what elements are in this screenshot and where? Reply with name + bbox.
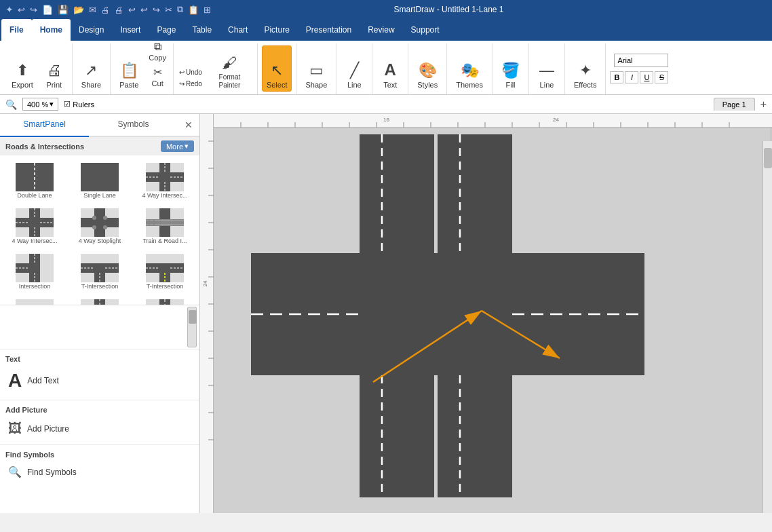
menu-chart[interactable]: Chart — [220, 19, 256, 41]
qa-paste[interactable]: 📋 — [187, 4, 200, 16]
single-lane-icon — [81, 163, 119, 191]
svg-rect-49 — [16, 299, 54, 305]
svg-rect-2 — [81, 163, 119, 191]
svg-point-21 — [103, 216, 107, 220]
qa-new[interactable]: 📄 — [41, 4, 54, 16]
font-format-buttons: B I U S — [610, 71, 668, 83]
share-button[interactable]: ↗ Share — [77, 45, 106, 92]
symbol-t-intersection[interactable]: T-Intersection — [68, 249, 132, 293]
symbol-4way-stoplight[interactable]: 4 Way Stoplight — [68, 204, 132, 248]
ruler-ticks-v: 16 24 — [200, 114, 214, 513]
canvas-area[interactable]: 16 24 — [200, 114, 772, 513]
qa-save[interactable]: 💾 — [56, 4, 70, 16]
underline-button[interactable]: U — [640, 71, 653, 83]
qa-email[interactable]: ✉ — [88, 4, 98, 16]
redo-button[interactable]: ↪ Redo — [178, 79, 204, 89]
qa-copy[interactable]: ⧉ — [176, 3, 185, 16]
qa-print-preview[interactable]: 🖨 — [100, 4, 111, 16]
symbol-double-lane[interactable]: Double Lane — [3, 158, 66, 202]
copy-button[interactable]: ⧉ Copy — [146, 39, 169, 63]
symbol-4way-intersect[interactable]: 4 Way Intersec... — [133, 158, 197, 202]
more-button[interactable]: More ▾ — [161, 140, 194, 152]
italic-button[interactable]: I — [625, 71, 638, 83]
menu-presentation[interactable]: Presentation — [298, 19, 360, 41]
shape-icon: ▭ — [309, 62, 324, 79]
qa-undo2[interactable]: ↩ — [139, 4, 149, 16]
menu-table[interactable]: Table — [184, 19, 220, 41]
zoom-selector[interactable]: 400 % ▾ — [22, 98, 58, 111]
styles-button[interactable]: 🎨 Styles — [412, 45, 442, 92]
page-1-tab[interactable]: Page 1 — [714, 98, 755, 111]
text-button[interactable]: A Text — [377, 45, 404, 92]
qa-forward[interactable]: ↪ — [28, 4, 39, 16]
themes-icon: 🎭 — [461, 62, 479, 79]
export-button[interactable]: ⬆ Export — [7, 45, 38, 92]
add-text-button[interactable]: A Add Text — [5, 367, 194, 394]
share-icon: ↗ — [85, 62, 97, 79]
svg-text:24: 24 — [202, 280, 208, 286]
road-diagram-svg — [214, 128, 772, 513]
symbol-single-lane[interactable]: Single Lane — [68, 158, 132, 202]
line2-button[interactable]: — Line — [533, 45, 560, 92]
undo-button[interactable]: ↩ Undo — [178, 67, 204, 77]
font-name-input[interactable] — [614, 54, 668, 67]
add-page-button[interactable]: + — [760, 98, 767, 111]
menu-home[interactable]: Home — [32, 19, 71, 41]
add-picture-button[interactable]: 🖼 Add Picture — [5, 418, 194, 439]
menu-support[interactable]: Support — [403, 19, 448, 41]
fill-button[interactable]: 🪣 Fill — [497, 45, 524, 92]
cut-button[interactable]: ✂ Cut — [146, 64, 169, 89]
menu-page[interactable]: Page — [149, 19, 184, 41]
search-icon[interactable]: 🔍 — [5, 99, 17, 110]
qa-back[interactable]: ↩ — [16, 4, 26, 16]
symbol-road-horiz[interactable] — [3, 294, 66, 305]
menu-design[interactable]: Design — [71, 19, 112, 41]
format-painter-button[interactable]: 🖌 Format Painter — [206, 45, 253, 92]
rulers-toggle[interactable]: ☑ Rulers — [64, 100, 94, 109]
symbol-t-intersection2[interactable]: T-Intersection — [133, 249, 197, 293]
select-button[interactable]: ↖ Select — [262, 45, 292, 92]
line-button[interactable]: ╱ Line — [341, 45, 368, 92]
menu-insert[interactable]: Insert — [112, 19, 149, 41]
picture-icon: 🖼 — [8, 421, 22, 436]
qa-print[interactable]: 🖨 — [113, 4, 125, 16]
bold-button[interactable]: B — [610, 71, 623, 83]
symbol-intersection[interactable]: Intersection — [3, 249, 66, 293]
print-button[interactable]: 🖨 Print — [41, 45, 68, 92]
panel-close-button[interactable]: ✕ — [180, 117, 197, 133]
canvas-content[interactable] — [214, 128, 772, 513]
left-panel: SmartPanel Symbols ✕ Roads & Intersectio… — [0, 114, 200, 513]
qa-clone[interactable]: ⊞ — [202, 4, 212, 16]
svg-point-23 — [103, 225, 107, 229]
strikethrough-button[interactable]: S — [655, 71, 668, 83]
symbol-4way-intersect2[interactable]: 4 Way Intersec... — [3, 204, 66, 248]
qa-redo[interactable]: ↪ — [151, 4, 161, 16]
qa-open[interactable]: 📂 — [72, 4, 85, 16]
symbol-train-road[interactable]: Train & Road I... — [133, 204, 197, 248]
ribbon-group-shape: ▭ Shape — [296, 43, 336, 94]
qa-cut[interactable]: ✂ — [163, 4, 174, 16]
symbols-scrollbar[interactable] — [187, 307, 197, 347]
menu-picture[interactable]: Picture — [256, 19, 297, 41]
paste-button[interactable]: 📋 Paste — [115, 45, 143, 92]
themes-button[interactable]: 🎭 Themes — [451, 45, 488, 92]
ribbon-group-effects: ✦ Effects — [565, 43, 606, 94]
find-symbols-button[interactable]: 🔍 Find Symbols — [5, 463, 194, 481]
shape-button[interactable]: ▭ Shape — [301, 45, 332, 92]
line-icon: ╱ — [350, 62, 359, 79]
select-icon: ↖ — [271, 62, 283, 79]
ribbon-group-line2: — Line — [529, 43, 565, 94]
ribbon-group-themes: 🎭 Themes — [447, 43, 493, 94]
symbol-road-vert[interactable] — [133, 294, 197, 305]
menu-review[interactable]: Review — [360, 19, 402, 41]
tab-symbols[interactable]: Symbols — [89, 114, 178, 136]
qa-undo[interactable]: ↩ — [127, 4, 137, 16]
ribbon-group-clipboard: 📋 Paste ⧉ Copy ✂ Cut — [111, 43, 174, 94]
paste-icon: 📋 — [120, 62, 138, 79]
effects-button[interactable]: ✦ Effects — [569, 45, 601, 92]
4way-intersect2-icon — [16, 208, 54, 237]
symbol-t-intersect3[interactable] — [68, 294, 132, 305]
vertical-scrollbar[interactable] — [763, 141, 772, 513]
tab-smartpanel[interactable]: SmartPanel — [0, 114, 89, 137]
menu-file[interactable]: File — [1, 19, 32, 41]
